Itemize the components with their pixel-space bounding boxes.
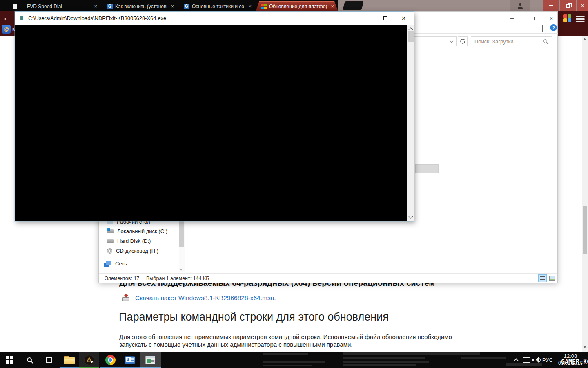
- browser-menu-icon[interactable]: [576, 16, 585, 24]
- scrollbar-thumb[interactable]: [179, 221, 184, 247]
- ghost-text: [343, 357, 425, 359]
- explorer-close-button[interactable]: ×: [544, 14, 558, 22]
- page-icon: [13, 4, 17, 9]
- ghost-text: [343, 352, 437, 355]
- search-icon: [27, 357, 32, 362]
- site-favicon: G: [184, 4, 189, 9]
- browser-minimize-button[interactable]: [543, 0, 559, 11]
- task-view-button[interactable]: [39, 352, 59, 368]
- aimp-icon: [84, 355, 94, 365]
- taskbar-ndpfixit-button[interactable]: !: [140, 352, 161, 368]
- minimize-icon: [510, 18, 514, 19]
- tab-close-icon[interactable]: ×: [329, 4, 334, 9]
- tab-kak-vklyuchit[interactable]: G Как включить (установит ×: [101, 1, 178, 11]
- taskbar: ! РУС 12:08 06.02.2016: [0, 352, 588, 368]
- console-scrollbar[interactable]: [407, 25, 414, 221]
- console-close-button[interactable]: ×: [394, 12, 413, 25]
- tab-label: FVD Speed Dial: [27, 4, 62, 9]
- browser-profile-button[interactable]: [510, 0, 530, 11]
- tab-label: Основные тактики и сове: [192, 4, 244, 9]
- list-scrollbar-thumb[interactable]: [415, 164, 439, 173]
- maximize-icon: [383, 16, 387, 20]
- scrollbar-thumb[interactable]: [408, 31, 414, 42]
- windows-logo-icon: [6, 356, 13, 364]
- search-placeholder: Поиск: Загрузки: [474, 38, 514, 45]
- download-icon: [122, 294, 129, 301]
- start-button[interactable]: [0, 352, 20, 368]
- page-command-heading: Параметры командной строки для этого обн…: [119, 311, 389, 323]
- sidebar-item-label: Hard Disk (D:): [117, 238, 151, 244]
- sidebar-item-local-disk-c[interactable]: Локальный диск (C:): [107, 227, 176, 235]
- tab-fvd-speed-dial[interactable]: FVD Speed Dial ×: [21, 1, 101, 11]
- console-output-area: [15, 25, 407, 221]
- tab-obnovlenie-active[interactable]: Обновление для платфор ×: [256, 1, 338, 11]
- minimize-icon: [365, 18, 369, 18]
- taskbar-explorer-button[interactable]: [60, 352, 79, 368]
- tab-close-icon[interactable]: ×: [169, 4, 174, 9]
- taskbar-chrome-button[interactable]: [100, 352, 120, 368]
- desktop: Для всех поддерживаемых 64-разрядных (x6…: [0, 0, 588, 368]
- tab-label: Как включить (установит: [115, 4, 167, 9]
- console-app-icon: [20, 16, 26, 20]
- task-view-icon: [46, 357, 52, 363]
- explorer-search-input[interactable]: Поиск: Загрузки: [471, 36, 552, 46]
- close-icon: ×: [402, 15, 405, 22]
- extension-icon[interactable]: [564, 14, 571, 22]
- mailru-bookmark-icon[interactable]: @: [2, 25, 11, 34]
- person-icon: [518, 3, 523, 9]
- tab-label: Обновление для платфор: [269, 4, 327, 9]
- help-button[interactable]: ?: [550, 24, 557, 31]
- tray-network-button[interactable]: [521, 352, 532, 368]
- explorer-status-bar: Элементов: 17 Выбран 1 элемент: 144 КБ: [99, 273, 557, 283]
- download-package-link[interactable]: Скачать пакет Windows8.1-KB2966828-x64.m…: [135, 294, 276, 302]
- sidebar-item-network[interactable]: Сеть: [104, 260, 173, 267]
- console-maximize-button[interactable]: [376, 12, 394, 25]
- ghost-text: [343, 364, 416, 366]
- browser-toolbar-right: [558, 11, 588, 36]
- taskbar-app-button[interactable]: [120, 352, 140, 368]
- ribbon-expand-icon[interactable]: [542, 25, 543, 32]
- ghost-text: [263, 365, 312, 366]
- ghost-text: [461, 357, 506, 359]
- taskbar-aimp-button[interactable]: [79, 352, 99, 368]
- tab-close-icon[interactable]: ×: [247, 4, 252, 9]
- language-indicator[interactable]: РУС: [542, 357, 553, 363]
- explorer-maximize-button[interactable]: [526, 14, 539, 22]
- search-icon: [543, 39, 547, 43]
- items-count: Элементов: 17: [105, 276, 139, 281]
- scroll-up-arrow[interactable]: [583, 36, 586, 40]
- browser-restore-button[interactable]: [560, 0, 576, 11]
- tab-pinned[interactable]: [6, 1, 24, 11]
- sidebar-item-cd-drive-h[interactable]: CD-дисковод (H:): [107, 247, 176, 255]
- taskbar-search-button[interactable]: [20, 352, 39, 368]
- thumbnails-view-button[interactable]: [548, 274, 557, 282]
- refresh-button[interactable]: [458, 36, 468, 46]
- tray-volume-button[interactable]: [531, 352, 542, 368]
- tab-osnovnye-taktiki[interactable]: G Основные тактики и сове ×: [178, 1, 256, 11]
- address-dropdown-icon[interactable]: [450, 39, 453, 43]
- sidebar-item-hard-disk-d[interactable]: Hard Disk (D:): [107, 237, 176, 245]
- status-divider: [142, 275, 142, 281]
- selection-info: Выбран 1 элемент: 144 КБ: [146, 276, 209, 281]
- explorer-minimize-button[interactable]: [505, 14, 519, 22]
- sidebar-item-label: Сеть: [115, 260, 127, 267]
- new-tab-button[interactable]: [343, 1, 364, 10]
- scroll-down-arrow[interactable]: [180, 267, 183, 270]
- tab-close-icon[interactable]: ×: [92, 4, 97, 9]
- watermark: GAMER.KG: [561, 358, 588, 366]
- maximize-icon: [531, 17, 535, 20]
- browser-toolbar-left: ← @ M: [0, 11, 15, 36]
- scrollbar-thumb[interactable]: [583, 206, 587, 254]
- scroll-down-arrow[interactable]: [583, 346, 586, 350]
- console-minimize-button[interactable]: [358, 12, 376, 25]
- details-view-button[interactable]: [538, 274, 547, 282]
- restore-icon: [566, 4, 570, 8]
- tray-show-hidden-icons[interactable]: [511, 352, 521, 368]
- scroll-down-arrow[interactable]: [408, 214, 413, 218]
- console-title-bar[interactable]: C:\Users\Admin\Downloads\NDPFixit-KB3005…: [15, 12, 414, 25]
- browser-close-button[interactable]: ×: [577, 0, 588, 11]
- sidebar-item-label: CD-дисковод (H:): [116, 248, 158, 254]
- site-favicon: G: [107, 4, 113, 9]
- browser-scrollbar[interactable]: [582, 35, 588, 352]
- back-button[interactable]: ←: [3, 13, 11, 22]
